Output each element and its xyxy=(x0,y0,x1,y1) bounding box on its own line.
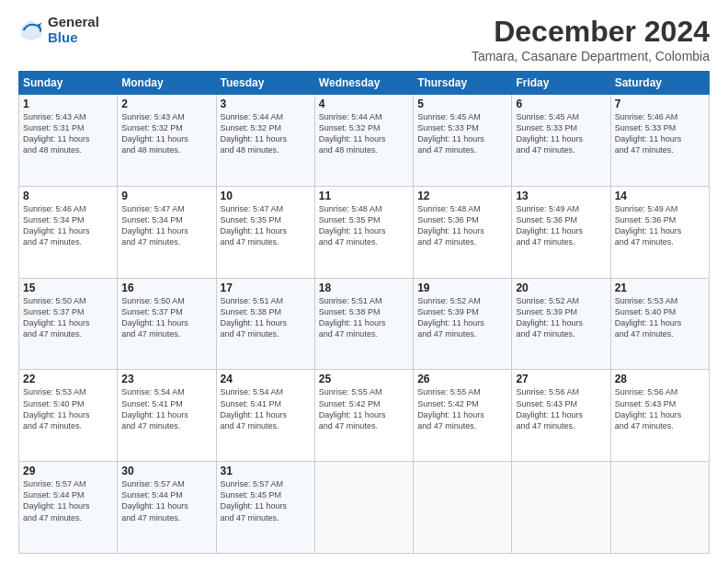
day-info: Sunrise: 5:45 AM Sunset: 5:33 PM Dayligh… xyxy=(417,111,507,156)
day-number: 6 xyxy=(516,98,606,110)
day-info: Sunrise: 5:50 AM Sunset: 5:37 PM Dayligh… xyxy=(121,295,211,340)
day-info: Sunrise: 5:57 AM Sunset: 5:44 PM Dayligh… xyxy=(121,478,211,523)
table-row: 23Sunrise: 5:54 AM Sunset: 5:41 PM Dayli… xyxy=(118,370,216,462)
calendar-week-row: 15Sunrise: 5:50 AM Sunset: 5:37 PM Dayli… xyxy=(19,278,710,370)
day-info: Sunrise: 5:49 AM Sunset: 5:36 PM Dayligh… xyxy=(615,203,705,248)
table-row: 27Sunrise: 5:56 AM Sunset: 5:43 PM Dayli… xyxy=(512,370,610,462)
day-number: 1 xyxy=(23,98,113,110)
logo: General Blue xyxy=(18,15,99,45)
title-block: December 2024 Tamara, Casanare Departmen… xyxy=(472,15,710,63)
table-row: 22Sunrise: 5:53 AM Sunset: 5:40 PM Dayli… xyxy=(19,370,118,462)
logo-text: General Blue xyxy=(48,15,99,45)
table-row: 9Sunrise: 5:47 AM Sunset: 5:34 PM Daylig… xyxy=(118,186,216,278)
day-number: 27 xyxy=(516,373,606,385)
header-sunday: Sunday xyxy=(19,72,118,95)
day-number: 15 xyxy=(23,282,113,294)
day-number: 22 xyxy=(23,373,113,385)
day-number: 28 xyxy=(615,373,705,385)
table-row: 10Sunrise: 5:47 AM Sunset: 5:35 PM Dayli… xyxy=(216,186,314,278)
day-number: 18 xyxy=(319,282,409,294)
table-row: 20Sunrise: 5:52 AM Sunset: 5:39 PM Dayli… xyxy=(512,278,610,370)
table-row xyxy=(512,462,610,554)
table-row: 17Sunrise: 5:51 AM Sunset: 5:38 PM Dayli… xyxy=(216,278,314,370)
page: General Blue December 2024 Tamara, Casan… xyxy=(0,0,728,563)
day-info: Sunrise: 5:55 AM Sunset: 5:42 PM Dayligh… xyxy=(417,386,507,431)
table-row: 8Sunrise: 5:46 AM Sunset: 5:34 PM Daylig… xyxy=(19,186,118,278)
day-info: Sunrise: 5:53 AM Sunset: 5:40 PM Dayligh… xyxy=(615,295,705,340)
day-number: 29 xyxy=(23,465,113,477)
day-info: Sunrise: 5:46 AM Sunset: 5:33 PM Dayligh… xyxy=(615,111,705,156)
day-info: Sunrise: 5:51 AM Sunset: 5:38 PM Dayligh… xyxy=(221,295,311,340)
table-row: 3Sunrise: 5:44 AM Sunset: 5:32 PM Daylig… xyxy=(216,95,314,187)
table-row: 15Sunrise: 5:50 AM Sunset: 5:37 PM Dayli… xyxy=(19,278,118,370)
day-info: Sunrise: 5:44 AM Sunset: 5:32 PM Dayligh… xyxy=(221,111,311,156)
day-number: 14 xyxy=(615,190,705,202)
day-info: Sunrise: 5:51 AM Sunset: 5:38 PM Dayligh… xyxy=(319,295,409,340)
day-number: 2 xyxy=(121,98,211,110)
table-row: 2Sunrise: 5:43 AM Sunset: 5:32 PM Daylig… xyxy=(118,95,216,187)
day-info: Sunrise: 5:45 AM Sunset: 5:33 PM Dayligh… xyxy=(516,111,606,156)
day-number: 7 xyxy=(615,98,705,110)
table-row: 19Sunrise: 5:52 AM Sunset: 5:39 PM Dayli… xyxy=(414,278,512,370)
day-number: 5 xyxy=(417,98,507,110)
day-number: 10 xyxy=(221,190,311,202)
table-row: 7Sunrise: 5:46 AM Sunset: 5:33 PM Daylig… xyxy=(610,95,709,187)
day-number: 12 xyxy=(417,190,507,202)
table-row: 12Sunrise: 5:48 AM Sunset: 5:36 PM Dayli… xyxy=(414,186,512,278)
table-row: 13Sunrise: 5:49 AM Sunset: 5:36 PM Dayli… xyxy=(512,186,610,278)
table-row: 14Sunrise: 5:49 AM Sunset: 5:36 PM Dayli… xyxy=(610,186,709,278)
day-number: 3 xyxy=(221,98,311,110)
calendar-week-row: 22Sunrise: 5:53 AM Sunset: 5:40 PM Dayli… xyxy=(19,370,710,462)
day-info: Sunrise: 5:54 AM Sunset: 5:41 PM Dayligh… xyxy=(121,386,211,431)
table-row xyxy=(414,462,512,554)
table-row: 11Sunrise: 5:48 AM Sunset: 5:35 PM Dayli… xyxy=(314,186,413,278)
day-info: Sunrise: 5:56 AM Sunset: 5:43 PM Dayligh… xyxy=(516,386,606,431)
day-info: Sunrise: 5:43 AM Sunset: 5:31 PM Dayligh… xyxy=(23,111,113,156)
day-number: 11 xyxy=(319,190,409,202)
table-row: 5Sunrise: 5:45 AM Sunset: 5:33 PM Daylig… xyxy=(414,95,512,187)
day-info: Sunrise: 5:49 AM Sunset: 5:36 PM Dayligh… xyxy=(516,203,606,248)
day-info: Sunrise: 5:48 AM Sunset: 5:36 PM Dayligh… xyxy=(417,203,507,248)
day-info: Sunrise: 5:53 AM Sunset: 5:40 PM Dayligh… xyxy=(23,386,113,431)
calendar-week-row: 29Sunrise: 5:57 AM Sunset: 5:44 PM Dayli… xyxy=(19,462,710,554)
header: General Blue December 2024 Tamara, Casan… xyxy=(18,15,710,63)
day-number: 16 xyxy=(121,282,211,294)
day-info: Sunrise: 5:44 AM Sunset: 5:32 PM Dayligh… xyxy=(319,111,409,156)
day-info: Sunrise: 5:55 AM Sunset: 5:42 PM Dayligh… xyxy=(319,386,409,431)
day-number: 24 xyxy=(221,373,311,385)
table-row: 24Sunrise: 5:54 AM Sunset: 5:41 PM Dayli… xyxy=(216,370,314,462)
table-row xyxy=(314,462,413,554)
calendar-week-row: 1Sunrise: 5:43 AM Sunset: 5:31 PM Daylig… xyxy=(19,95,710,187)
table-row: 28Sunrise: 5:56 AM Sunset: 5:43 PM Dayli… xyxy=(610,370,709,462)
day-number: 9 xyxy=(121,190,211,202)
day-info: Sunrise: 5:56 AM Sunset: 5:43 PM Dayligh… xyxy=(615,386,705,431)
day-number: 31 xyxy=(221,465,311,477)
calendar-table: Sunday Monday Tuesday Wednesday Thursday… xyxy=(18,71,710,554)
day-info: Sunrise: 5:46 AM Sunset: 5:34 PM Dayligh… xyxy=(23,203,113,248)
day-info: Sunrise: 5:47 AM Sunset: 5:35 PM Dayligh… xyxy=(221,203,311,248)
table-row: 31Sunrise: 5:57 AM Sunset: 5:45 PM Dayli… xyxy=(216,462,314,554)
day-info: Sunrise: 5:48 AM Sunset: 5:35 PM Dayligh… xyxy=(319,203,409,248)
day-number: 23 xyxy=(121,373,211,385)
logo-blue-text: Blue xyxy=(48,30,99,46)
days-header-row: Sunday Monday Tuesday Wednesday Thursday… xyxy=(19,72,710,95)
table-row: 18Sunrise: 5:51 AM Sunset: 5:38 PM Dayli… xyxy=(314,278,413,370)
table-row: 29Sunrise: 5:57 AM Sunset: 5:44 PM Dayli… xyxy=(19,462,118,554)
header-thursday: Thursday xyxy=(414,72,512,95)
table-row: 21Sunrise: 5:53 AM Sunset: 5:40 PM Dayli… xyxy=(610,278,709,370)
header-friday: Friday xyxy=(512,72,610,95)
table-row: 16Sunrise: 5:50 AM Sunset: 5:37 PM Dayli… xyxy=(118,278,216,370)
table-row xyxy=(610,462,709,554)
day-number: 4 xyxy=(319,98,409,110)
calendar-subtitle: Tamara, Casanare Department, Colombia xyxy=(472,49,710,63)
day-info: Sunrise: 5:47 AM Sunset: 5:34 PM Dayligh… xyxy=(121,203,211,248)
day-info: Sunrise: 5:52 AM Sunset: 5:39 PM Dayligh… xyxy=(417,295,507,340)
header-monday: Monday xyxy=(118,72,216,95)
day-number: 17 xyxy=(221,282,311,294)
logo-icon xyxy=(18,17,44,43)
table-row: 6Sunrise: 5:45 AM Sunset: 5:33 PM Daylig… xyxy=(512,95,610,187)
header-wednesday: Wednesday xyxy=(314,72,413,95)
day-number: 20 xyxy=(516,282,606,294)
table-row: 30Sunrise: 5:57 AM Sunset: 5:44 PM Dayli… xyxy=(118,462,216,554)
day-info: Sunrise: 5:57 AM Sunset: 5:45 PM Dayligh… xyxy=(221,478,311,523)
